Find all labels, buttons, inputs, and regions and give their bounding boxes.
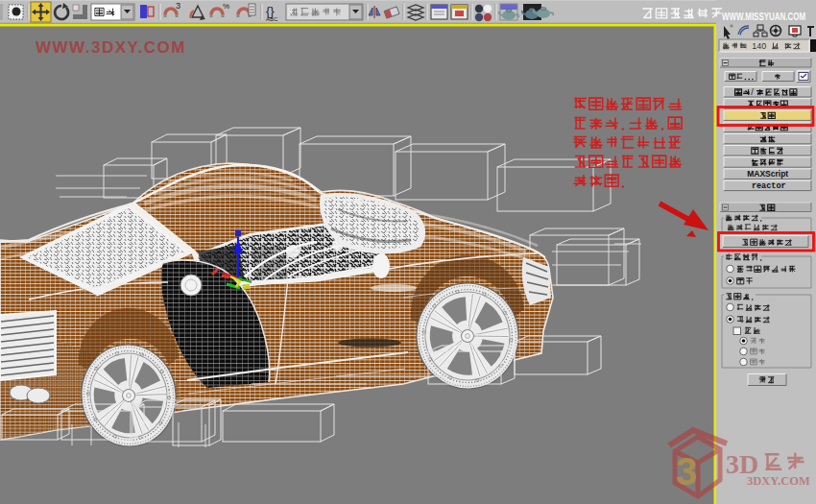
svg-text:reactor: reactor (752, 181, 786, 191)
svg-text:WWW.3DXY.COM: WWW.3DXY.COM (36, 38, 186, 57)
svg-text:140: 140 (752, 41, 766, 51)
svg-text:3: 3 (676, 450, 697, 492)
svg-text:3: 3 (176, 1, 180, 11)
svg-text:3DXY.COM: 3DXY.COM (747, 474, 810, 488)
svg-text:%: % (223, 2, 229, 11)
svg-text:WWW.MISSYUAN.COM: WWW.MISSYUAN.COM (722, 11, 805, 22)
svg-text:ABC: ABC (266, 16, 278, 22)
svg-text:MAXScript: MAXScript (747, 169, 788, 179)
